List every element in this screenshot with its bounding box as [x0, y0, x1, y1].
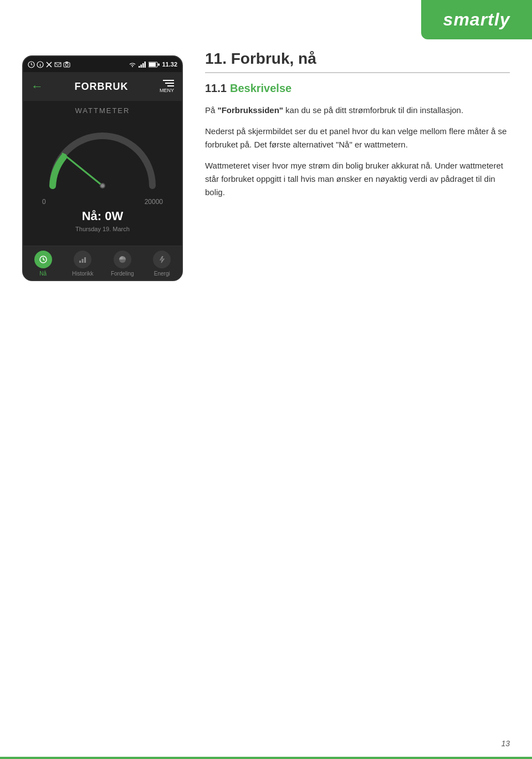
paragraph-2: Nederst på skjermbildet ser du et panel … — [205, 125, 510, 151]
camera-icon — [63, 61, 70, 68]
gauge-container — [42, 119, 163, 197]
alarm-icon — [28, 61, 35, 68]
app-header-title: FORBRUK — [74, 81, 128, 93]
gauge-max-label: 20000 — [145, 198, 163, 206]
section-title: 11. Forbruk, nå — [205, 50, 316, 67]
status-icons-right: 11.32 — [129, 61, 177, 68]
svg-rect-13 — [142, 63, 144, 68]
svg-rect-12 — [141, 64, 142, 68]
paragraph-3: Wattmeteret viser hvor mye strøm din bol… — [205, 159, 510, 199]
tab-energi[interactable]: Energi — [142, 246, 182, 280]
bold-forbrukssiden: "Forbrukssiden" — [218, 105, 283, 115]
smartly-logo-bar: smartly — [421, 0, 532, 39]
phone-app-header: ← FORBRUK MENY — [23, 72, 182, 101]
tab-naa-label: Nå — [39, 271, 47, 277]
date-label: Thursday 19. March — [31, 226, 174, 232]
bottom-accent-line — [0, 757, 532, 759]
tab-naa[interactable]: Nå — [23, 246, 63, 280]
subsection-number: 11.1 — [205, 82, 227, 94]
subsection-title: Beskrivelse — [230, 82, 291, 94]
svg-rect-25 — [82, 259, 84, 263]
battery-icon — [149, 62, 160, 68]
status-icons-left: i — [28, 61, 70, 68]
svg-rect-17 — [158, 63, 160, 65]
svg-text:i: i — [39, 63, 40, 68]
clock-icon — [39, 255, 48, 264]
svg-rect-24 — [79, 261, 81, 263]
tab-energi-label: Energi — [154, 271, 170, 277]
tab-naa-icon-circle — [34, 251, 52, 268]
tab-fordeling[interactable]: Fordeling — [103, 246, 142, 280]
phone-main-content: WATTMETER 0 — [23, 101, 182, 246]
menu-line-1 — [163, 80, 174, 81]
menu-lines-icon — [160, 80, 174, 86]
pie-icon — [118, 255, 127, 264]
mail-icon — [54, 61, 62, 68]
tab-historikk-icon-circle — [74, 251, 91, 268]
status-time: 11.32 — [162, 61, 177, 68]
phone-tabs: Nå Historikk — [23, 246, 182, 280]
tab-historikk-label: Historikk — [72, 271, 93, 277]
svg-point-20 — [101, 184, 104, 187]
content-area: i — [0, 50, 532, 281]
svg-line-18 — [63, 154, 103, 186]
page-number: 13 — [501, 739, 510, 748]
tab-fordeling-icon-circle — [114, 251, 131, 268]
back-arrow-icon[interactable]: ← — [31, 80, 43, 93]
signal-icon — [139, 62, 146, 68]
subsection-heading: 11.1Beskrivelse — [205, 82, 510, 95]
menu-button[interactable]: MENY — [160, 80, 174, 93]
svg-rect-26 — [84, 257, 86, 263]
close-icon — [45, 61, 53, 68]
wattmeter-label: WATTMETER — [31, 106, 174, 115]
brand-name: smartly — [443, 9, 510, 30]
phone-mockup: i — [22, 55, 183, 281]
menu-line-2 — [165, 83, 174, 84]
phone-mockup-wrapper: i — [22, 50, 183, 281]
menu-label: MENY — [160, 88, 174, 93]
menu-line-3 — [167, 85, 174, 86]
gauge-svg — [42, 119, 163, 197]
gauge-labels: 0 20000 — [31, 197, 174, 206]
gauge-min-label: 0 — [42, 198, 46, 206]
tab-energi-icon-circle — [153, 251, 171, 268]
phone-status-bar: i — [23, 57, 182, 72]
chart-icon — [78, 255, 87, 264]
tab-fordeling-label: Fordeling — [111, 271, 134, 277]
svg-point-9 — [65, 63, 68, 66]
tab-historikk[interactable]: Historikk — [63, 246, 103, 280]
energy-icon — [157, 255, 166, 264]
svg-line-2 — [32, 64, 33, 65]
svg-rect-14 — [145, 62, 146, 68]
now-value: Nå: 0W — [31, 209, 174, 223]
info-icon: i — [37, 61, 44, 68]
doc-content: 11. Forbruk, nå 11.1Beskrivelse På "Forb… — [205, 50, 510, 281]
svg-line-23 — [43, 259, 45, 261]
wifi-icon — [129, 62, 136, 68]
section-header: 11. Forbruk, nå — [205, 50, 510, 73]
paragraph-1: På "Forbrukssiden" kan du se på ditt str… — [205, 104, 510, 117]
svg-rect-16 — [149, 63, 156, 67]
svg-rect-11 — [139, 66, 140, 68]
